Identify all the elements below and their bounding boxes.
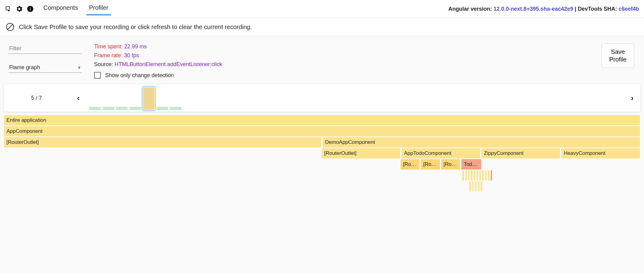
flame-cell[interactable]: [RouterOutlet]: [321, 148, 401, 159]
flame-cell[interactable]: HeavyComponent: [561, 148, 640, 159]
timeline-bar[interactable]: [130, 107, 141, 110]
flame-cell[interactable]: [490, 170, 492, 181]
top-bar: Components Profiler Angular version: 12.…: [0, 0, 644, 18]
timeline-prev-button[interactable]: ‹: [77, 93, 80, 103]
tabs: Components Profiler: [41, 2, 111, 15]
version-label: Angular version:: [448, 6, 493, 12]
flame-cell[interactable]: [488, 170, 490, 181]
tab-components[interactable]: Components: [41, 2, 80, 15]
timeline-bar[interactable]: [156, 107, 168, 110]
not-allowed-icon: [6, 23, 14, 31]
flame-cell[interactable]: ZippyComponent: [481, 148, 561, 159]
gear-icon[interactable]: [16, 6, 23, 12]
controls-block: Flame graph ▼ Time spent: 22.99 ms Frame…: [0, 36, 644, 84]
timeline-position: 5 / 7: [31, 95, 42, 101]
time-spent-value: 22.99 ms: [124, 43, 147, 50]
flame-cell[interactable]: [476, 170, 478, 181]
flame-cell[interactable]: [474, 170, 476, 181]
timeline-bar[interactable]: [143, 87, 155, 110]
flame-cell[interactable]: [482, 170, 484, 181]
view-mode-value: Flame graph: [9, 64, 40, 71]
flame-row: [RouterOutlet]DemoAppComponent: [4, 137, 640, 148]
version-info: Angular version: 12.0.0-next.8+395.sha-e…: [448, 6, 639, 12]
metrics: Time spent: 22.99 ms Frame rate: 30 fps …: [94, 43, 222, 79]
timeline-card: 5 / 7 ‹ ›: [4, 84, 640, 112]
flame-cell[interactable]: [485, 170, 487, 181]
instruction-text: Click Save Profile to save your recordin…: [19, 24, 252, 31]
timeline-bar[interactable]: [103, 107, 114, 110]
source-value: HTMLButtonElement.addEventListener:click: [115, 61, 222, 67]
view-mode-select[interactable]: Flame graph ▼: [9, 62, 82, 73]
timeline-bar[interactable]: [89, 107, 101, 110]
flame-cell[interactable]: [478, 181, 480, 192]
flame-cell[interactable]: [480, 181, 482, 192]
svg-rect-1: [30, 8, 31, 10]
flame-cell[interactable]: [462, 170, 464, 181]
flame-graph: Entire applicationAppComponent[RouterOut…: [4, 115, 640, 192]
time-spent-label: Time spent:: [94, 43, 124, 50]
change-detection-checkbox[interactable]: [94, 72, 101, 79]
filter-input[interactable]: [9, 43, 82, 54]
flame-cell[interactable]: [470, 170, 473, 181]
flame-cell[interactable]: [465, 170, 467, 181]
flame-cell[interactable]: DemoAppComponent: [322, 137, 640, 148]
angular-version: 12.0.0-next.8+395.sha-eac42e9: [494, 6, 573, 12]
flame-cell[interactable]: [479, 170, 481, 181]
flame-cell[interactable]: Entire application: [4, 115, 640, 126]
flame-cell[interactable]: AppComponent: [4, 126, 640, 137]
frame-rate-value: 30 fps: [124, 52, 139, 58]
flame-row: AppComponent: [4, 126, 640, 137]
flame-cell[interactable]: [472, 181, 474, 192]
inspect-icon[interactable]: [5, 6, 12, 12]
flame-row: Entire application: [4, 115, 640, 126]
chevron-down-icon: ▼: [77, 65, 81, 70]
source-label: Source:: [94, 61, 115, 67]
flame-cell[interactable]: [Ro…: [441, 159, 460, 170]
save-profile-button[interactable]: Save Profile: [602, 43, 634, 68]
timeline-bars: [89, 87, 181, 110]
flame-cell[interactable]: [RouterOutlet]: [4, 137, 322, 148]
flame-cell[interactable]: [475, 181, 477, 192]
flame-cell[interactable]: [Ro…: [400, 159, 420, 170]
top-bar-icons: [5, 6, 34, 12]
change-detection-label: Show only change detection: [105, 72, 174, 79]
flame-cell[interactable]: [468, 170, 470, 181]
frame-rate-label: Frame rate:: [94, 52, 124, 58]
flame-row: [RouterOutlet]AppTodoComponentZippyCompo…: [4, 148, 640, 159]
flame-cell[interactable]: Tod…: [461, 159, 481, 170]
controls-left: Flame graph ▼: [9, 43, 82, 73]
flame-row: [Ro…[Ro…[Ro…Tod…: [4, 159, 640, 170]
flame-cell[interactable]: AppTodoComponent: [401, 148, 481, 159]
flame-cell[interactable]: [469, 181, 471, 192]
timeline-bar[interactable]: [170, 107, 181, 110]
devtools-label: | DevTools SHA:: [573, 6, 619, 12]
svg-rect-2: [30, 7, 31, 8]
tab-profiler[interactable]: Profiler: [86, 2, 111, 15]
flame-cell[interactable]: [Ro…: [420, 159, 440, 170]
timeline-next-button[interactable]: ›: [631, 93, 634, 103]
devtools-sha: c6eef4b: [619, 6, 639, 12]
info-icon[interactable]: [27, 6, 34, 12]
instruction-row: Click Save Profile to save your recordin…: [0, 18, 644, 36]
timeline-bar[interactable]: [116, 107, 128, 110]
